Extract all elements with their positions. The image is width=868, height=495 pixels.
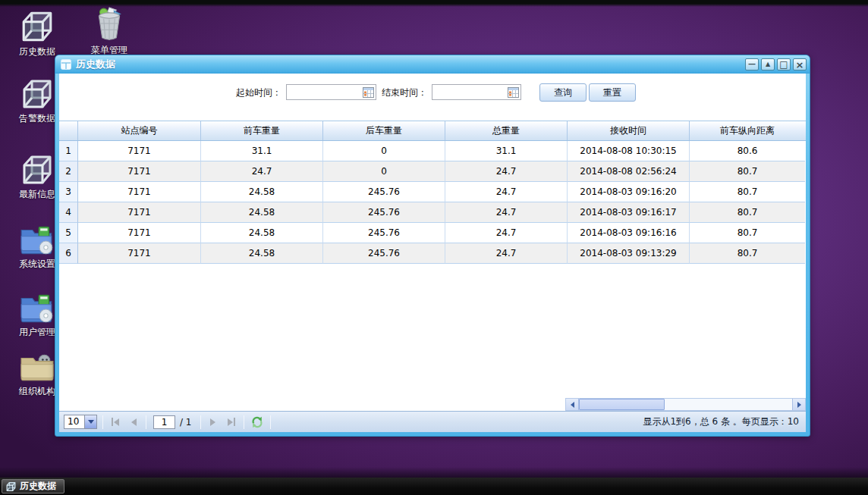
table-cell[interactable]: 2014-08-03 09:16:16	[568, 223, 690, 243]
horizontal-scrollbar[interactable]	[565, 398, 806, 411]
shade-button[interactable]: ▲	[761, 58, 775, 70]
toolbar-separator	[270, 415, 271, 429]
table-cell[interactable]: 24.7	[445, 243, 568, 264]
row-number-cell: 1	[59, 141, 78, 161]
scroll-left-button[interactable]	[566, 399, 579, 410]
column-header[interactable]: 前车重量	[201, 121, 323, 140]
table-row[interactable]: 3717124.58245.7624.72014-08-03 09:16:208…	[59, 182, 806, 202]
calendar-icon[interactable]	[508, 86, 519, 98]
page-size-select[interactable]: 10	[64, 415, 97, 429]
folder-icon	[19, 352, 55, 384]
triangle-right-icon	[228, 418, 233, 426]
table-cell[interactable]: 24.7	[445, 202, 568, 223]
taskbar-item-label: 历史数据	[20, 480, 56, 493]
table-cell[interactable]: 245.76	[323, 182, 445, 202]
table-row[interactable]: 2717124.7024.72014-08-08 02:56:2480.7	[59, 161, 806, 182]
desktop-icon-history-data[interactable]: 历史数据	[10, 9, 64, 58]
first-page-button[interactable]	[108, 415, 122, 429]
table-cell[interactable]: 2014-08-03 09:16:17	[568, 202, 690, 223]
table-cell[interactable]: 80.7	[690, 182, 805, 202]
table-cell[interactable]: 24.58	[201, 182, 323, 202]
maximize-button[interactable]: □	[777, 58, 791, 70]
query-button[interactable]: 查询	[539, 83, 587, 102]
last-page-button[interactable]	[225, 415, 238, 429]
table-row[interactable]: 6717124.58245.7624.72014-08-03 09:13:298…	[59, 243, 806, 264]
column-header[interactable]: 总重量	[445, 121, 568, 140]
start-time-label: 起始时间：	[236, 85, 286, 100]
prev-page-button[interactable]	[127, 415, 140, 429]
close-button[interactable]: ×	[793, 58, 807, 70]
table-cell[interactable]: 31.1	[201, 141, 323, 161]
table-cell[interactable]: 7171	[78, 182, 201, 202]
scrollbar-track[interactable]	[665, 399, 792, 410]
pagination-summary: 显示从1到6，总 6 条 。每页显示：10	[643, 415, 801, 428]
table-cell[interactable]: 24.58	[201, 243, 323, 264]
table-cell[interactable]: 7171	[78, 243, 201, 264]
refresh-button[interactable]	[250, 415, 265, 430]
table-cell[interactable]: 0	[323, 161, 445, 182]
scroll-right-button[interactable]	[792, 399, 805, 410]
page-size-value: 10	[64, 415, 84, 428]
row-number-cell: 6	[59, 243, 78, 264]
table-cell[interactable]: 24.7	[445, 223, 568, 243]
table-cell[interactable]: 2014-08-08 02:56:24	[568, 161, 690, 182]
calendar-icon[interactable]	[363, 86, 374, 98]
taskbar: 历史数据	[0, 478, 868, 495]
window-body: 起始时间： 结束时间： 查询 重置 站点编号前车重	[59, 74, 806, 432]
table-cell[interactable]: 7171	[78, 202, 201, 223]
table-cell[interactable]: 31.1	[445, 141, 568, 161]
software-folder-icon	[19, 291, 55, 324]
table-cell[interactable]: 80.7	[690, 161, 805, 182]
table-cell[interactable]: 24.58	[201, 202, 323, 223]
toolbar-separator	[244, 415, 244, 429]
table-cell[interactable]: 245.76	[323, 202, 445, 223]
header-corner-cell	[59, 121, 78, 140]
software-folder-icon	[19, 223, 55, 256]
table-row[interactable]: 5717124.58245.7624.72014-08-03 09:16:168…	[59, 223, 806, 243]
triangle-left-icon	[114, 418, 119, 426]
table-cell[interactable]: 80.7	[690, 243, 805, 264]
table-cell[interactable]: 24.7	[201, 161, 323, 182]
table-cell[interactable]: 7171	[78, 161, 201, 182]
row-number-cell: 2	[59, 161, 78, 182]
cube-icon	[17, 9, 57, 44]
table-cell[interactable]: 2014-08-03 09:13:29	[568, 243, 690, 264]
next-page-button[interactable]	[206, 415, 220, 429]
chevron-down-icon[interactable]	[84, 415, 96, 428]
page-number-input[interactable]	[153, 415, 175, 429]
table-cell[interactable]: 7171	[78, 223, 201, 243]
table-row[interactable]: 4717124.58245.7624.72014-08-03 09:16:178…	[59, 202, 806, 223]
scrollbar-thumb[interactable]	[579, 399, 665, 410]
minimize-button[interactable]: —	[745, 58, 759, 70]
window-title-grid-icon	[61, 59, 71, 70]
table-cell[interactable]: 80.6	[690, 141, 805, 161]
column-header[interactable]: 接收时间	[568, 121, 690, 140]
toolbar-separator	[102, 415, 103, 429]
table-cell[interactable]: 245.76	[323, 223, 445, 243]
cube-icon	[18, 153, 56, 186]
column-header[interactable]: 前车纵向距离	[690, 121, 805, 140]
window-titlebar[interactable]: 历史数据 — ▲ □ ×	[55, 55, 810, 74]
column-header[interactable]: 站点编号	[78, 121, 201, 140]
column-header[interactable]: 后车重量	[323, 121, 445, 140]
table-cell[interactable]: 80.7	[690, 223, 805, 243]
table-cell[interactable]: 245.76	[323, 243, 445, 264]
table-cell[interactable]: 80.7	[690, 202, 805, 223]
desktop-icon-menu-manage[interactable]: 菜单管理	[82, 6, 137, 57]
history-data-window: 历史数据 — ▲ □ × 起始时间： 结束时间：	[55, 55, 810, 437]
reset-button[interactable]: 重置	[589, 83, 636, 102]
desktop-icon-label: 最新信息	[19, 188, 55, 201]
table-cell[interactable]: 0	[323, 141, 445, 161]
triangle-left-icon	[571, 402, 574, 408]
table-cell[interactable]: 24.7	[445, 182, 568, 202]
table-cell[interactable]: 2014-08-08 10:30:15	[568, 141, 690, 161]
trash-icon	[92, 6, 127, 42]
desktop-icon-label: 告警数据	[19, 112, 55, 125]
table-row[interactable]: 1717131.1031.12014-08-08 10:30:1580.6	[59, 141, 806, 161]
table-cell[interactable]: 24.58	[201, 223, 323, 243]
taskbar-item-history-data[interactable]: 历史数据	[2, 479, 64, 493]
table-cell[interactable]: 2014-08-03 09:16:20	[568, 182, 690, 202]
table-cell[interactable]: 7171	[78, 141, 201, 161]
triangle-right-icon	[210, 418, 215, 426]
table-cell[interactable]: 24.7	[445, 161, 568, 182]
